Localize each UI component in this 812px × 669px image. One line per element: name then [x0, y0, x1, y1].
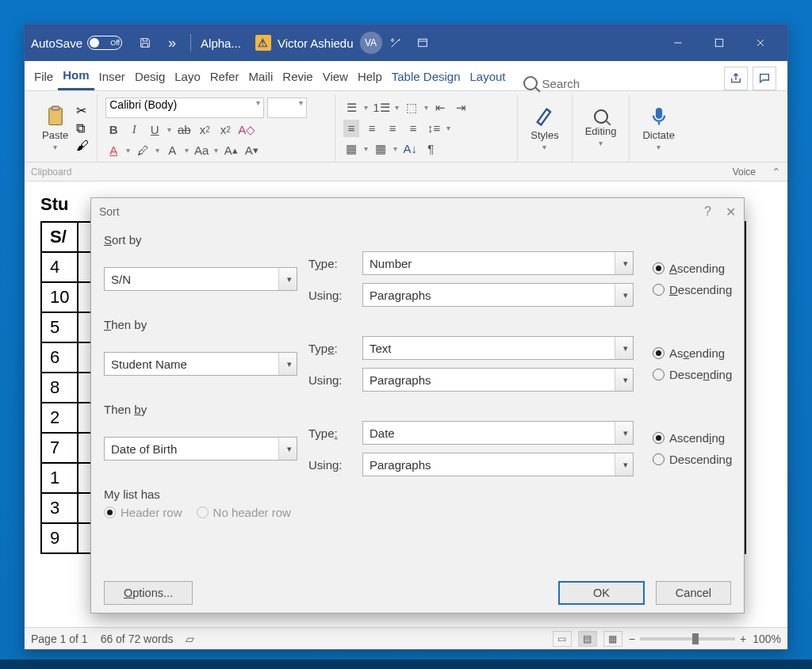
tab-view[interactable]: View — [318, 62, 353, 90]
tab-table-design[interactable]: Table Design — [387, 62, 465, 90]
then-by-2-field[interactable]: Date of Birth▾ — [104, 437, 297, 461]
tab-table-layout[interactable]: Layout — [465, 62, 510, 90]
zoom-in-icon[interactable]: + — [740, 633, 746, 645]
sort-by-ascending[interactable]: Ascending — [653, 262, 732, 275]
zoom-out-icon[interactable]: − — [629, 633, 635, 645]
cut-icon[interactable]: ✂ — [76, 103, 89, 118]
zoom-slider[interactable]: − + — [629, 633, 746, 645]
grow-font-button[interactable]: A▴ — [223, 142, 239, 159]
tell-me-search[interactable]: Search — [523, 76, 580, 90]
numbering-button[interactable]: 1☰ — [373, 99, 389, 117]
font-size-select[interactable]: ▾ — [267, 97, 307, 118]
subscript-button[interactable]: x2 — [197, 121, 213, 139]
clear-format-icon[interactable]: A◇ — [238, 121, 255, 139]
desc-label: Descending — [669, 453, 732, 466]
autosave-state[interactable]: Off — [87, 36, 122, 50]
share-button[interactable] — [724, 67, 748, 90]
save-icon[interactable] — [135, 32, 155, 53]
read-mode-button[interactable]: ▭ — [553, 631, 572, 647]
ok-button[interactable]: OK — [558, 581, 645, 605]
font-color-button[interactable]: A — [105, 142, 121, 159]
sort-by-type[interactable]: Number▾ — [362, 251, 634, 275]
underline-button[interactable]: U — [147, 121, 163, 139]
tab-home[interactable]: Hom — [58, 62, 94, 90]
paste-button[interactable]: Paste ▾ — [37, 105, 73, 151]
change-case-button[interactable]: Aa — [193, 142, 209, 159]
ribbon-display-icon[interactable] — [412, 32, 433, 53]
options-button[interactable]: Options... — [104, 581, 193, 605]
magic-icon[interactable] — [385, 32, 406, 53]
then-by-1-field[interactable]: Student Name▾ — [104, 352, 297, 376]
text-effects-button[interactable]: A — [164, 142, 180, 159]
chevron-down-icon: ▾ — [657, 143, 661, 151]
align-left-button[interactable]: ≡ — [343, 120, 359, 137]
ribbon-group-labels: Clipboard Voice⌃ — [25, 162, 787, 182]
cancel-button[interactable]: Cancel — [656, 581, 731, 605]
tab-file[interactable]: File — [29, 62, 58, 90]
print-layout-button[interactable]: ▤ — [578, 631, 597, 647]
then-by-1-descending[interactable]: Descending — [653, 368, 732, 381]
zoom-level[interactable]: 100% — [753, 633, 781, 645]
then-by-2-type[interactable]: Date▾ — [362, 421, 634, 445]
editing-button[interactable]: Editing▾ — [580, 109, 622, 147]
multilevel-button[interactable]: ⬚ — [404, 99, 419, 117]
tab-design[interactable]: Desig — [130, 62, 170, 90]
superscript-button[interactable]: x2 — [217, 121, 233, 139]
strike-button[interactable]: ab — [176, 121, 192, 139]
increase-indent-button[interactable]: ⇥ — [454, 99, 469, 117]
minimize-icon[interactable] — [661, 29, 695, 56]
then-by-1-ascending[interactable]: Ascending — [653, 346, 732, 360]
copy-icon[interactable]: ⧉ — [76, 121, 89, 136]
page-indicator[interactable]: Page 1 of 1 — [31, 633, 88, 645]
tab-insert[interactable]: Inser — [94, 62, 130, 90]
close-icon[interactable]: ✕ — [726, 205, 736, 220]
then-by-2-ascending[interactable]: Ascending — [653, 431, 732, 445]
no-header-row-radio[interactable]: No header row — [197, 506, 291, 519]
tab-mailings[interactable]: Maili — [243, 62, 278, 90]
tab-layout[interactable]: Layo — [170, 62, 205, 90]
close-icon[interactable] — [743, 29, 778, 56]
sort-by-field[interactable]: S/N▾ — [104, 267, 297, 291]
maximize-icon[interactable] — [702, 29, 737, 56]
decrease-indent-button[interactable]: ⇤ — [433, 99, 449, 117]
italic-button[interactable]: I — [126, 121, 142, 139]
pilcrow-button[interactable]: ¶ — [423, 140, 439, 158]
line-spacing-button[interactable]: ↕≡ — [426, 120, 442, 137]
justify-button[interactable]: ≡ — [405, 120, 421, 137]
qat-more-icon[interactable]: » — [162, 32, 182, 53]
tab-review[interactable]: Revie — [278, 62, 317, 90]
then-by-2-using[interactable]: Paragraphs▾ — [362, 453, 634, 476]
styles-button[interactable]: Styles▾ — [526, 105, 563, 151]
format-painter-icon[interactable]: 🖌 — [76, 139, 89, 153]
sort-by-using[interactable]: Paragraphs▾ — [362, 283, 634, 307]
collapse-ribbon-icon[interactable]: ⌃ — [772, 166, 781, 178]
bullets-button[interactable]: ☰ — [343, 99, 359, 117]
autosave-toggle[interactable]: AutoSave Off — [31, 36, 122, 50]
comments-button[interactable] — [753, 67, 776, 90]
sort-button[interactable]: A↓ — [402, 140, 418, 158]
borders-button[interactable]: ▦ — [373, 140, 389, 158]
then-by-2-descending[interactable]: Descending — [653, 453, 732, 466]
align-right-button[interactable]: ≡ — [385, 120, 400, 137]
tab-help[interactable]: Help — [353, 62, 387, 90]
bold-button[interactable]: B — [105, 121, 121, 139]
font-name-select[interactable]: Calibri (Body) ▾ — [105, 97, 264, 118]
chevron-down-icon: ▾ — [287, 274, 292, 285]
align-center-button[interactable]: ≡ — [364, 120, 380, 137]
alert-icon[interactable]: ⚠ — [255, 35, 271, 51]
sort-by-descending[interactable]: Descending — [653, 283, 732, 296]
then-by-1-type[interactable]: Text▾ — [362, 336, 634, 360]
avatar[interactable]: VA — [360, 32, 382, 54]
shrink-font-button[interactable]: A▾ — [243, 142, 259, 159]
shading-button[interactable]: ▦ — [343, 140, 359, 158]
help-icon[interactable]: ? — [704, 205, 711, 220]
tab-references[interactable]: Refer — [205, 62, 244, 90]
then-by-1-using[interactable]: Paragraphs▾ — [362, 368, 634, 392]
word-window: AutoSave Off » Alpha... ⚠ Victor Ashiedu… — [24, 24, 788, 650]
highlight-button[interactable]: 🖊 — [135, 142, 151, 159]
word-count[interactable]: 66 of 72 words — [101, 633, 174, 645]
proofing-icon[interactable]: ▱ — [186, 633, 194, 645]
web-layout-button[interactable]: ▦ — [603, 631, 622, 647]
header-row-radio[interactable]: Header row — [104, 506, 182, 519]
dictate-button[interactable]: Dictate▾ — [638, 105, 679, 151]
